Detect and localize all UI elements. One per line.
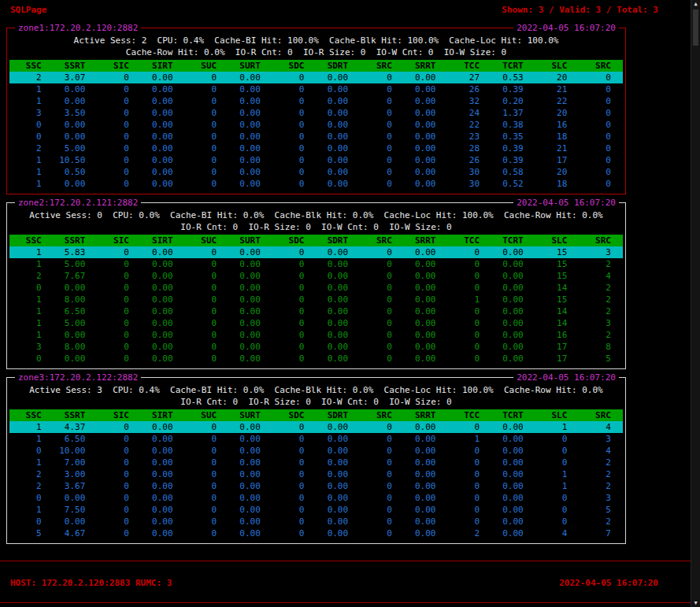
table-row[interactable]: 010.0000.0000.0000.0000.0000.0004 — [9, 445, 623, 457]
scroll-down-arrow-icon[interactable]: ▼ — [691, 599, 700, 607]
table-cell: 26 — [447, 83, 491, 95]
table-cell: 0 — [579, 178, 623, 190]
table-cell: 0.00 — [404, 72, 448, 83]
table-row[interactable]: 25.0000.0000.0000.0000.00280.39210 — [9, 142, 623, 154]
column-header: SURT — [228, 60, 272, 72]
table-row[interactable]: 14.3700.0000.0000.0000.0000.0014 — [9, 421, 623, 433]
table-cell: 0.00 — [228, 468, 272, 480]
table-cell: 0.00 — [316, 527, 360, 539]
table-cell: 20 — [535, 166, 580, 178]
table-row[interactable]: 00.0000.0000.0000.0000.0000.00142 — [9, 282, 623, 294]
table-cell: 0.00 — [404, 421, 448, 433]
table-row[interactable]: 10.0000.0000.0000.0000.00260.39210 — [9, 83, 623, 95]
table-row[interactable]: 10.5000.0000.0000.0000.00300.58200 — [9, 166, 623, 178]
table-cell: 0.00 — [491, 527, 535, 539]
table-row[interactable]: 54.6700.0000.0000.0000.0020.0047 — [9, 527, 623, 539]
table-cell: 5.00 — [54, 258, 98, 270]
table-cell: 0.00 — [316, 480, 360, 492]
table-cell: 1 — [9, 178, 54, 190]
table-cell: 0.00 — [491, 492, 535, 504]
table-row[interactable]: 23.0000.0000.0000.0000.0000.0012 — [9, 468, 623, 480]
table-row[interactable]: 16.5000.0000.0000.0000.0010.0003 — [9, 433, 623, 445]
table-cell: 0.00 — [404, 154, 448, 166]
table-row[interactable]: 38.0000.0000.0000.0000.0000.00178 — [9, 341, 623, 353]
table-cell: 0 — [185, 457, 229, 468]
table-row[interactable]: 110.5000.0000.0000.0000.00260.39170 — [9, 154, 623, 166]
table-row[interactable]: 10.0000.0000.0000.0000.00320.20220 — [9, 95, 623, 107]
table-cell: 0 — [97, 294, 141, 305]
table-cell: 0 — [272, 178, 317, 190]
table-cell: 0 — [535, 504, 580, 516]
table-cell: 0.00 — [491, 294, 535, 305]
table-row[interactable]: 18.0000.0000.0000.0000.0010.00152 — [9, 294, 623, 305]
table-cell: 0 — [360, 131, 404, 142]
zone-panel-1: zone1:172.20.2.120:2882 2022-04-05 16:07… — [6, 28, 626, 194]
scrollbar-thumb[interactable] — [693, 9, 698, 46]
table-row[interactable]: 15.0000.0000.0000.0000.0000.00143 — [9, 317, 623, 329]
table-cell: 0.00 — [228, 317, 272, 329]
table-cell: 0 — [579, 154, 623, 166]
table-cell: 0.00 — [141, 433, 185, 445]
table-cell: 0.00 — [228, 527, 272, 539]
table-cell: 0.00 — [404, 246, 448, 258]
table-row[interactable]: 15.0000.0000.0000.0000.0000.00152 — [9, 258, 623, 270]
table-cell: 5.00 — [54, 317, 98, 329]
column-header: SURT — [228, 235, 272, 246]
table-cell: 0 — [9, 445, 54, 457]
scrollbar-track[interactable] — [691, 8, 700, 599]
table-header-row: SSCSSRTSICSIRTSUCSURTSDCSDRTSRCSRRTTCCTC… — [9, 409, 623, 421]
table-cell: 2 — [579, 282, 623, 294]
table-body: 15.8300.0000.0000.0000.0000.0015315.0000… — [9, 246, 623, 365]
table-cell: 0 — [447, 468, 491, 480]
table-row[interactable]: 27.6700.0000.0000.0000.0000.00154 — [9, 270, 623, 282]
table-cell: 0.00 — [404, 445, 448, 457]
table-cell: 2 — [447, 527, 491, 539]
scrollbar[interactable]: ▲ ▼ — [691, 0, 700, 607]
table-cell: 0 — [579, 131, 623, 142]
table-cell: 0 — [185, 107, 229, 119]
table-row[interactable]: 23.6700.0000.0000.0000.0000.0012 — [9, 480, 623, 492]
zone-stats-line2: Cache-Row Hit: 0.0% IO-R Cnt: 0 IO-R Siz… — [9, 46, 623, 58]
table-row[interactable]: 00.0000.0000.0000.0000.0000.0002 — [9, 516, 623, 527]
table-cell: 0.00 — [228, 83, 272, 95]
table-cell: 0 — [272, 421, 317, 433]
table-cell: 1 — [9, 294, 54, 305]
table-row[interactable]: 23.0700.0000.0000.0000.00270.53200 — [9, 72, 623, 83]
table-row[interactable]: 10.0000.0000.0000.0000.00300.52180 — [9, 178, 623, 190]
table-cell: 0 — [535, 516, 580, 527]
table-row[interactable]: 15.8300.0000.0000.0000.0000.00153 — [9, 246, 623, 258]
table-row[interactable]: 00.0000.0000.0000.0000.00230.35180 — [9, 131, 623, 142]
table-cell: 0.00 — [316, 504, 360, 516]
table-cell: 0 — [360, 72, 404, 83]
table-cell: 0 — [272, 516, 317, 527]
table-cell: 0.00 — [404, 504, 448, 516]
table-cell: 3 — [9, 341, 54, 353]
table-cell: 0.00 — [491, 317, 535, 329]
table-cell: 0.00 — [491, 480, 535, 492]
table-row[interactable]: 16.5000.0000.0000.0000.0000.00142 — [9, 305, 623, 317]
table-row[interactable]: 10.0000.0000.0000.0000.0000.00162 — [9, 329, 623, 341]
table-cell: 3.67 — [54, 480, 98, 492]
column-header: TCC — [447, 235, 491, 246]
table-cell: 0 — [272, 353, 317, 365]
table-row[interactable]: 00.0000.0000.0000.0000.0000.00175 — [9, 353, 623, 365]
table-row[interactable]: 17.0000.0000.0000.0000.0000.0002 — [9, 457, 623, 468]
table-cell: 0.00 — [404, 294, 448, 305]
table-cell: 0.00 — [54, 492, 98, 504]
table-row[interactable]: 00.0000.0000.0000.0000.0000.0003 — [9, 492, 623, 504]
table-cell: 0 — [272, 294, 317, 305]
scroll-up-arrow-icon[interactable]: ▲ — [691, 0, 700, 8]
table-row[interactable]: 17.5000.0000.0000.0000.0000.0005 — [9, 504, 623, 516]
table-cell: 0 — [447, 258, 491, 270]
table-cell: 0.00 — [316, 329, 360, 341]
table-row[interactable]: 33.5000.0000.0000.0000.00241.37200 — [9, 107, 623, 119]
footer-timestamp: 2022-04-05 16:07:20 — [559, 577, 658, 589]
table-cell: 0 — [185, 166, 229, 178]
table-cell: 0 — [97, 258, 141, 270]
table-row[interactable]: 00.0000.0000.0000.0000.00220.38160 — [9, 119, 623, 131]
table-cell: 0.00 — [316, 72, 360, 83]
table-cell: 0 — [97, 154, 141, 166]
table-cell: 0.00 — [54, 329, 98, 341]
table-cell: 0.39 — [491, 83, 535, 95]
table-cell: 0.00 — [228, 294, 272, 305]
